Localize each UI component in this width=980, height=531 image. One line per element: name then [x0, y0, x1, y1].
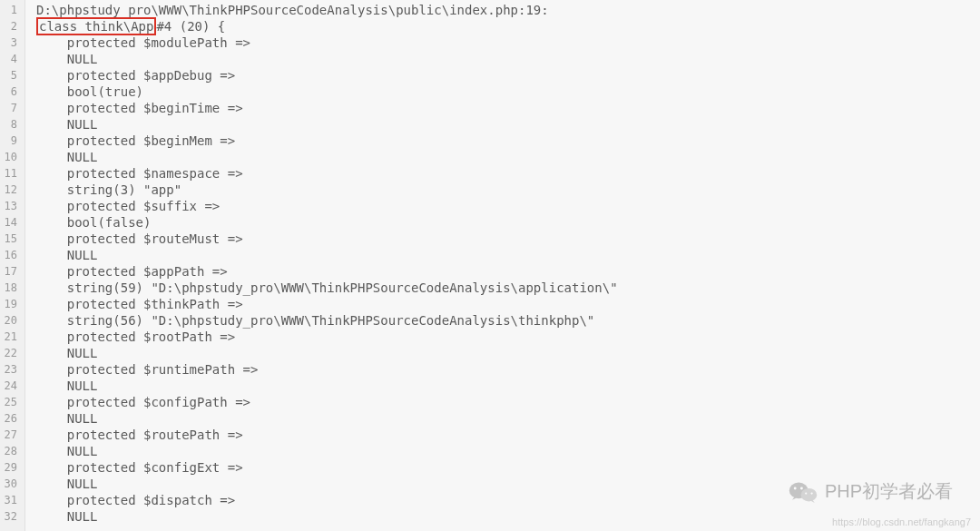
code-viewer: 1234567891011121314151617181920212223242…	[0, 0, 980, 531]
code-line: protected $routeMust =>	[36, 231, 980, 247]
code-line: NULL	[36, 345, 980, 361]
code-line: protected $beginMem =>	[36, 133, 980, 149]
line-number: 20	[4, 312, 17, 329]
code-line: NULL	[36, 378, 980, 394]
line-number: 3	[4, 34, 17, 51]
line-number: 10	[4, 149, 17, 165]
line-number: 25	[4, 394, 17, 410]
line-number: 18	[4, 280, 17, 296]
line-number-gutter: 1234567891011121314151617181920212223242…	[0, 0, 25, 531]
code-line: NULL	[36, 149, 980, 165]
line-number: 4	[4, 51, 17, 67]
code-line: string(3) "app"	[36, 182, 980, 198]
line-number: 11	[4, 165, 17, 182]
line-number: 22	[4, 345, 17, 361]
line-number: 9	[4, 133, 17, 149]
code-line: NULL	[36, 410, 980, 427]
highlight-annotation: class think\App	[36, 17, 156, 35]
line-number: 8	[4, 116, 17, 133]
svg-point-5	[810, 492, 812, 494]
line-number: 27	[4, 427, 17, 443]
code-line: class think\App#4 (20) {	[36, 18, 980, 34]
line-number: 5	[4, 67, 17, 84]
line-number: 12	[4, 182, 17, 198]
svg-point-4	[805, 492, 807, 494]
watermark-text: PHP初学者必看	[825, 479, 953, 504]
line-number: 19	[4, 296, 17, 312]
code-line: protected $runtimePath =>	[36, 361, 980, 378]
svg-point-2	[794, 487, 797, 489]
code-line: protected $configPath =>	[36, 394, 980, 410]
code-line: protected $appPath =>	[36, 263, 980, 280]
code-line: NULL	[36, 443, 980, 459]
code-line: protected $configExt =>	[36, 459, 980, 476]
code-line: protected $rootPath =>	[36, 329, 980, 345]
line-number: 6	[4, 84, 17, 100]
line-number: 1	[4, 2, 17, 18]
line-number: 16	[4, 247, 17, 263]
svg-point-1	[800, 488, 817, 501]
code-line: protected $namespace =>	[36, 165, 980, 182]
code-line: NULL	[36, 116, 980, 133]
line-number: 32	[4, 508, 17, 525]
line-number: 28	[4, 443, 17, 459]
code-line: string(59) "D:\phpstudy_pro\WWW\ThinkPHP…	[36, 280, 980, 296]
svg-point-3	[800, 487, 803, 489]
code-line: D:\phpstudy_pro\WWW\ThinkPHPSourceCodeAn…	[36, 2, 980, 18]
line-number: 15	[4, 231, 17, 247]
code-line: protected $routePath =>	[36, 427, 980, 443]
line-number: 17	[4, 263, 17, 280]
line-number: 2	[4, 18, 17, 34]
line-number: 21	[4, 329, 17, 345]
line-number: 30	[4, 476, 17, 492]
wechat-icon	[789, 480, 818, 504]
line-number: 23	[4, 361, 17, 378]
watermark-logo: PHP初学者必看	[789, 479, 953, 504]
code-line: protected $appDebug =>	[36, 67, 980, 84]
code-content[interactable]: D:\phpstudy_pro\WWW\ThinkPHPSourceCodeAn…	[25, 0, 980, 531]
code-line: NULL	[36, 51, 980, 67]
line-number: 31	[4, 492, 17, 508]
line-number: 14	[4, 214, 17, 231]
code-line: protected $suffix =>	[36, 198, 980, 214]
watermark-url: https://blog.csdn.net/fangkang7	[832, 516, 971, 527]
code-line: bool(true)	[36, 84, 980, 100]
line-number: 29	[4, 459, 17, 476]
code-line: bool(false)	[36, 214, 980, 231]
line-number: 13	[4, 198, 17, 214]
line-number: 26	[4, 410, 17, 427]
line-number: 24	[4, 378, 17, 394]
line-number: 7	[4, 100, 17, 116]
code-line: protected $modulePath =>	[36, 34, 980, 51]
code-line: NULL	[36, 247, 980, 263]
code-line: protected $beginTime =>	[36, 100, 980, 116]
code-line: protected $thinkPath =>	[36, 296, 980, 312]
code-line: string(56) "D:\phpstudy_pro\WWW\ThinkPHP…	[36, 312, 980, 329]
